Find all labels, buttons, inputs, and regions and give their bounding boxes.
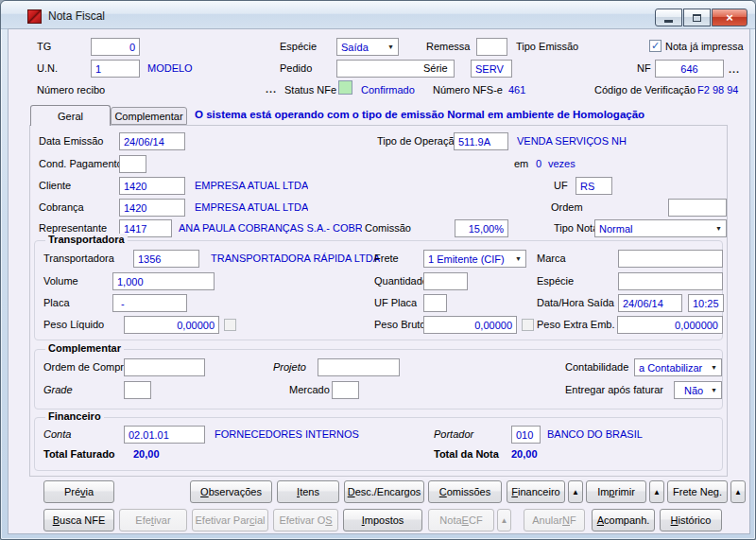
desc-encargos-button[interactable]: Desc./Encargos bbox=[344, 480, 424, 503]
titlebar[interactable]: Nota Fiscal × bbox=[1, 1, 756, 29]
especie-transp-label: Espécie bbox=[537, 275, 574, 287]
un-input[interactable]: 1 bbox=[91, 60, 140, 78]
numero-nfse-label: Número NFS-e bbox=[433, 84, 503, 96]
frete-neg-button[interactable]: Frete Neg. bbox=[667, 480, 728, 503]
cond-pagamento-input[interactable] bbox=[119, 155, 146, 173]
ordem-compra-input[interactable] bbox=[124, 358, 205, 376]
historico-button[interactable]: Histórico bbox=[660, 509, 722, 531]
projeto-input[interactable] bbox=[318, 358, 400, 376]
hora-saida-input[interactable]: 10:25 bbox=[688, 294, 724, 312]
comissao-label: Comissão bbox=[365, 222, 411, 234]
marca-input[interactable] bbox=[618, 250, 723, 268]
nf-input[interactable]: 646 bbox=[655, 60, 724, 78]
frete-neg-expand-button[interactable]: ▲ bbox=[730, 480, 746, 503]
comissoes-button[interactable]: Comissões bbox=[428, 480, 502, 503]
em-vezes-suffix: vezes bbox=[548, 158, 576, 169]
acompanh-button[interactable]: Acompanh. bbox=[592, 509, 655, 531]
close-icon: × bbox=[726, 11, 733, 24]
data-emissao-input[interactable]: 24/06/14 bbox=[119, 132, 185, 150]
nota-fiscal-window: Nota Fiscal × TG 0 Espécie Saída ▼ Remes… bbox=[0, 0, 756, 540]
numero-nfse-value: 461 bbox=[508, 84, 525, 96]
placa-input[interactable]: - bbox=[112, 294, 187, 312]
imprimir-expand-button[interactable]: ▲ bbox=[649, 480, 664, 503]
minimize-button[interactable] bbox=[655, 9, 682, 26]
nota-ja-impressa-label: Nota já impressa bbox=[665, 41, 744, 52]
volume-input[interactable]: 1,000 bbox=[112, 272, 215, 290]
cobranca-input[interactable]: 1420 bbox=[119, 199, 185, 217]
data-saida-input[interactable]: 24/06/14 bbox=[618, 294, 682, 312]
cliente-input[interactable]: 1420 bbox=[119, 177, 185, 195]
observacoes-button[interactable]: Observações bbox=[190, 480, 272, 503]
remessa-label: Remessa bbox=[426, 41, 470, 52]
peso-bruto-input[interactable]: 0,00000 bbox=[423, 316, 517, 334]
nota-ecf-button: Nota ECF bbox=[428, 509, 494, 531]
uf-input[interactable]: RS bbox=[576, 177, 612, 195]
portador-desc: BANCO DO BRASIL bbox=[547, 428, 643, 440]
tipo-operacao-input[interactable]: 511.9A bbox=[454, 132, 508, 150]
impostos-button[interactable]: Impostos bbox=[343, 509, 422, 531]
serie-label: Série bbox=[423, 62, 448, 74]
entregar-apos-faturar-select[interactable]: Não ▼ bbox=[674, 381, 722, 399]
comissao-input[interactable]: 15,00% bbox=[455, 219, 508, 237]
maximize-button[interactable] bbox=[683, 9, 711, 26]
cobranca-label: Cobrança bbox=[39, 201, 84, 213]
contabilidade-select[interactable]: a Contabilizar ▼ bbox=[634, 358, 722, 376]
peso-liquido-label: Peso Líquido bbox=[43, 319, 104, 330]
peso-extra-label: Peso Extra Emb. bbox=[537, 319, 615, 330]
status-nfe-indicator bbox=[338, 80, 352, 95]
chevron-down-icon: ▼ bbox=[713, 225, 722, 232]
tab-complementar[interactable]: Complementar bbox=[111, 107, 187, 125]
tipo-operacao-desc: VENDA SERVIÇOS NH bbox=[517, 135, 627, 147]
especie-select[interactable]: Saída ▼ bbox=[336, 38, 399, 56]
contabilidade-label: Contabilidade bbox=[565, 361, 628, 373]
financeiro-expand-button[interactable]: ▲ bbox=[568, 480, 583, 503]
chevron-down-icon: ▼ bbox=[708, 364, 717, 371]
mercado-label: Mercado bbox=[289, 384, 330, 395]
remessa-input[interactable] bbox=[476, 38, 507, 56]
quantidade-input[interactable] bbox=[423, 272, 468, 290]
total-da-nota-label: Total da Nota bbox=[434, 448, 499, 460]
mercado-input[interactable] bbox=[332, 381, 359, 399]
cliente-desc: EMPRESA ATUAL LTDA bbox=[195, 180, 308, 191]
maximize-icon bbox=[693, 14, 701, 22]
tipo-nota-select[interactable]: Normal ▼ bbox=[594, 219, 727, 237]
serie-input[interactable]: SERV bbox=[471, 60, 512, 78]
tg-input[interactable]: 0 bbox=[91, 38, 140, 56]
financeiro-button[interactable]: Financeiro bbox=[507, 480, 565, 503]
numero-recibo-dots-button[interactable]: ... bbox=[266, 83, 277, 95]
previa-button[interactable]: Prévia bbox=[43, 480, 114, 503]
grade-label: Grade bbox=[43, 384, 73, 395]
especie-transp-input[interactable] bbox=[618, 272, 723, 290]
cliente-label: Cliente bbox=[39, 180, 71, 191]
tipo-operacao-label: Tipo de Operação bbox=[377, 135, 460, 147]
status-nfe-value: Confirmado bbox=[361, 84, 415, 96]
close-button[interactable]: × bbox=[712, 9, 747, 26]
total-faturado-value: 20,00 bbox=[133, 448, 160, 460]
portador-input[interactable]: 010 bbox=[511, 426, 541, 444]
up-arrow-icon: ▲ bbox=[572, 488, 579, 496]
financeiro-group-title: Financeiro bbox=[45, 410, 104, 422]
quantidade-label: Quantidade bbox=[374, 275, 428, 287]
imprimir-button[interactable]: Imprimir bbox=[586, 480, 646, 503]
uf-label: UF bbox=[554, 180, 568, 191]
ordem-compra-label: Ordem de Compra bbox=[43, 361, 129, 373]
nf-lookup-dots-button[interactable]: ... bbox=[729, 63, 740, 75]
itens-button[interactable]: Itens bbox=[277, 480, 339, 503]
contabilidade-value: a Contabilizar bbox=[639, 362, 702, 374]
frete-select[interactable]: 1 Emitente (CIF) ▼ bbox=[423, 250, 526, 268]
uf-placa-input[interactable] bbox=[423, 294, 447, 312]
busca-nfe-button[interactable]: Busca NFE bbox=[43, 509, 114, 531]
efetivar-button: Efetivar bbox=[119, 509, 187, 531]
conta-input[interactable]: 02.01.01 bbox=[124, 426, 205, 444]
ordem-input[interactable] bbox=[668, 199, 727, 217]
volume-label: Volume bbox=[43, 275, 78, 287]
codigo-verificacao-value: F2 98 94 bbox=[697, 84, 738, 96]
nota-ja-impressa-checkbox[interactable]: ✓ bbox=[649, 40, 662, 52]
minimize-icon bbox=[664, 20, 673, 23]
peso-liquido-input[interactable]: 0,00000 bbox=[124, 316, 219, 334]
transportadora-input[interactable]: 1356 bbox=[133, 250, 199, 268]
frete-label: Frete bbox=[374, 253, 399, 264]
grade-input[interactable] bbox=[124, 381, 151, 399]
peso-extra-input[interactable]: 0,000000 bbox=[617, 316, 723, 334]
tab-geral[interactable]: Geral bbox=[30, 105, 111, 126]
